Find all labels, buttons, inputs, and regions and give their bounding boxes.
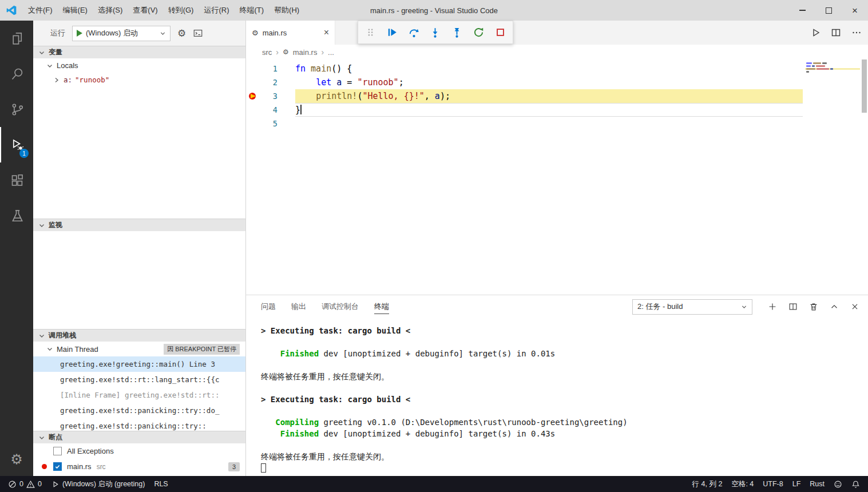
restart-button[interactable] xyxy=(469,23,488,42)
thread-row[interactable]: Main Thread 因 BREAKPOINT 已暂停 xyxy=(33,342,245,356)
code-line-3-current[interactable]: 3 println!("Hello, {}!", a); xyxy=(246,89,868,103)
stack-frame[interactable]: greeting.exe!std::panicking::try:: xyxy=(33,418,245,431)
split-editor-icon xyxy=(830,27,842,38)
debug-settings-button[interactable]: ⚙ xyxy=(177,29,186,38)
terminal-dropdown[interactable]: 2: 任务 - build xyxy=(632,299,752,315)
gutter-breakpoint-zone[interactable] xyxy=(246,89,259,103)
stop-button[interactable] xyxy=(490,23,510,42)
menu-bar: 文件(F) 编辑(E) 选择(S) 查看(V) 转到(G) 运行(R) 终端(T… xyxy=(23,0,304,21)
start-debug-icon[interactable] xyxy=(77,30,82,37)
rust-file-icon: ⚙ xyxy=(252,29,259,37)
menu-selection[interactable]: 选择(S) xyxy=(93,0,128,21)
indentation-status[interactable]: 空格: 4 xyxy=(727,479,758,489)
rls-status[interactable]: RLS xyxy=(149,476,172,492)
encoding-status[interactable]: UTF-8 xyxy=(758,480,787,488)
variables-section-header[interactable]: 变量 xyxy=(33,46,245,58)
tab-problems[interactable]: 问题 xyxy=(261,295,276,318)
maximize-panel-button[interactable] xyxy=(829,301,839,312)
terminal-output[interactable]: > Executing task: cargo build < Finished… xyxy=(246,318,868,476)
code-line-4-cursor[interactable]: 4 } xyxy=(246,103,868,117)
kill-terminal-button[interactable] xyxy=(808,301,819,312)
tab-output[interactable]: 输出 xyxy=(291,295,306,318)
breadcrumb: src › ⚙ main.rs › ... xyxy=(246,45,868,59)
cursor-position[interactable]: 行 4, 列 2 xyxy=(688,479,727,489)
stack-frame[interactable]: greeting.exe!std::panicking::try::do_ xyxy=(33,403,245,418)
chevron-down-icon xyxy=(46,62,54,70)
tab-close-icon[interactable]: × xyxy=(324,28,329,37)
tab-terminal[interactable]: 终端 xyxy=(374,295,389,318)
problems-status[interactable]: 0 0 xyxy=(3,476,46,492)
code-line-2[interactable]: 2 let a = "runoob"; xyxy=(246,76,868,89)
checkbox-checked[interactable] xyxy=(53,462,62,471)
tab-debug-console[interactable]: 调试控制台 xyxy=(322,295,359,318)
editor-scrollbar-thumb[interactable] xyxy=(862,59,867,113)
activity-test[interactable] xyxy=(0,198,33,233)
terminal-line xyxy=(261,405,868,416)
activity-run-debug[interactable]: 1 xyxy=(0,127,33,162)
feedback-button[interactable] xyxy=(829,480,847,489)
breakpoints-section-header[interactable]: 断点 xyxy=(33,431,245,443)
menu-view[interactable]: 查看(V) xyxy=(128,0,162,21)
checkbox-unchecked[interactable] xyxy=(53,447,62,455)
breadcrumb-src[interactable]: src xyxy=(262,48,272,57)
maximize-icon xyxy=(826,7,832,14)
tab-mainrs[interactable]: ⚙ main.rs × xyxy=(246,21,335,45)
code-editor[interactable]: 1 fn main() { 2 let a = "runoob"; 3 prin… xyxy=(246,59,868,295)
watch-section-header[interactable]: 监视 xyxy=(33,219,245,231)
stack-frame[interactable]: greeting.exe!greeting::main() Line 3 xyxy=(33,356,245,372)
menu-edit[interactable]: 编辑(E) xyxy=(58,0,93,21)
more-actions-button[interactable] xyxy=(851,27,862,38)
split-terminal-button[interactable] xyxy=(788,301,798,312)
eol-status[interactable]: LF xyxy=(788,480,806,488)
stack-frame[interactable]: [Inline Frame] greeting.exe!std::rt:: xyxy=(33,387,245,403)
paused-badge: 因 BREAKPOINT 已暂停 xyxy=(164,344,240,355)
editor-group: ⚙ main.rs × src › ⚙ main.rs › xyxy=(246,21,868,476)
activity-explorer[interactable] xyxy=(0,21,33,56)
gutter-breakpoint-zone[interactable] xyxy=(246,103,259,117)
run-file-button[interactable] xyxy=(810,27,821,38)
breadcrumb-symbol[interactable]: ... xyxy=(328,48,334,57)
debug-status[interactable]: (Windows) 启动 (greeting) xyxy=(46,476,149,492)
manage-button[interactable]: ⚙ xyxy=(0,443,33,476)
debug-session-badge: 1 xyxy=(19,149,29,158)
gutter-breakpoint-zone[interactable] xyxy=(246,62,259,76)
step-over-button[interactable] xyxy=(404,23,423,42)
step-out-button[interactable] xyxy=(447,23,467,42)
activity-extensions[interactable] xyxy=(0,162,33,198)
watch-title: 监视 xyxy=(49,220,62,230)
open-debug-console-button[interactable] xyxy=(193,28,203,38)
language-mode[interactable]: Rust xyxy=(805,480,829,488)
step-into-button[interactable] xyxy=(426,23,445,42)
gutter-breakpoint-zone[interactable] xyxy=(246,76,259,89)
variable-row[interactable]: a: "runoob" xyxy=(33,73,245,87)
step-into-icon xyxy=(429,26,441,38)
toolbar-gripper[interactable] xyxy=(361,23,381,42)
code-line-5[interactable]: 5 xyxy=(246,117,868,130)
terminal-line xyxy=(261,336,868,348)
breadcrumb-mainrs[interactable]: main.rs xyxy=(293,48,318,57)
breakpoint-row-all-exceptions[interactable]: All Exceptions xyxy=(33,443,245,459)
minimize-button[interactable] xyxy=(789,0,815,21)
stack-frame[interactable]: greeting.exe!std::rt::lang_start::{{c xyxy=(33,372,245,387)
close-button[interactable]: × xyxy=(842,0,868,21)
menu-run[interactable]: 运行(R) xyxy=(199,0,234,21)
continue-button[interactable] xyxy=(383,23,402,42)
code-line-1[interactable]: 1 fn main() { xyxy=(246,62,868,76)
menu-go[interactable]: 转到(G) xyxy=(163,0,199,21)
breakpoint-row-mainrs[interactable]: main.rs src 3 xyxy=(33,459,245,474)
menu-terminal[interactable]: 终端(T) xyxy=(234,0,269,21)
notifications-button[interactable] xyxy=(847,480,865,489)
activity-search[interactable] xyxy=(0,56,33,92)
gutter-breakpoint-zone[interactable] xyxy=(246,117,259,130)
scope-locals[interactable]: Locals xyxy=(33,58,245,73)
launch-config-dropdown[interactable]: (Windows) 启动 xyxy=(72,26,171,41)
new-terminal-button[interactable] xyxy=(767,301,778,312)
activity-source-control[interactable] xyxy=(0,92,33,127)
call-stack-section-header[interactable]: 调用堆栈 xyxy=(33,329,245,342)
maximize-button[interactable] xyxy=(815,0,842,21)
close-panel-button[interactable] xyxy=(850,301,860,312)
minimap[interactable] xyxy=(803,59,868,295)
menu-file[interactable]: 文件(F) xyxy=(23,0,58,21)
split-editor-button[interactable] xyxy=(830,27,842,38)
menu-help[interactable]: 帮助(H) xyxy=(269,0,304,21)
